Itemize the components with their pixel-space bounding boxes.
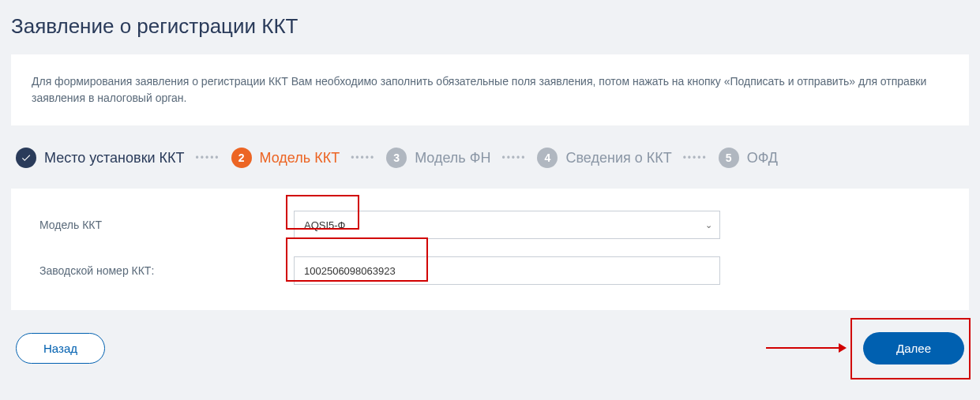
step-number: 3 — [386, 148, 407, 168]
stepper: Место установки ККТ ••••• 2 Модель ККТ •… — [11, 148, 969, 168]
step-label: Место установки ККТ — [44, 150, 185, 166]
check-icon — [16, 148, 36, 168]
step-1-location[interactable]: Место установки ККТ — [16, 148, 185, 168]
step-number: 4 — [537, 148, 558, 168]
model-select[interactable]: AQSI5-Ф ⌄ — [294, 211, 720, 239]
next-button[interactable]: Далее — [863, 332, 964, 364]
serial-input[interactable] — [294, 256, 720, 285]
model-select-value[interactable]: AQSI5-Ф — [294, 211, 720, 239]
step-label: ОФД — [747, 150, 778, 166]
step-separator: ••••• — [683, 152, 708, 163]
step-label: Модель ККТ — [260, 150, 340, 166]
step-separator: ••••• — [351, 152, 375, 163]
back-button[interactable]: Назад — [16, 333, 105, 364]
step-separator: ••••• — [501, 152, 526, 163]
step-number: 5 — [719, 148, 739, 168]
model-label: Модель ККТ — [39, 219, 294, 231]
page-title: Заявление о регистрации ККТ — [11, 14, 969, 39]
step-2-model-kkt[interactable]: 2 Модель ККТ — [231, 148, 340, 168]
annotation-arrow — [766, 347, 845, 349]
info-box: Для формирования заявления о регистрации… — [11, 54, 969, 125]
serial-label: Заводской номер ККТ: — [39, 264, 294, 277]
form-container: Модель ККТ AQSI5-Ф ⌄ Заводской номер ККТ… — [11, 189, 969, 310]
step-separator: ••••• — [196, 152, 220, 163]
step-5-ofd[interactable]: 5 ОФД — [719, 148, 778, 168]
step-4-info-kkt[interactable]: 4 Сведения о ККТ — [537, 148, 671, 168]
form-row-model: Модель ККТ AQSI5-Ф ⌄ — [39, 211, 941, 239]
step-number: 2 — [231, 148, 252, 168]
step-label: Сведения о ККТ — [565, 150, 671, 166]
step-3-model-fn[interactable]: 3 Модель ФН — [386, 148, 490, 168]
step-label: Модель ФН — [415, 150, 490, 166]
form-row-serial: Заводской номер ККТ: — [39, 256, 941, 285]
